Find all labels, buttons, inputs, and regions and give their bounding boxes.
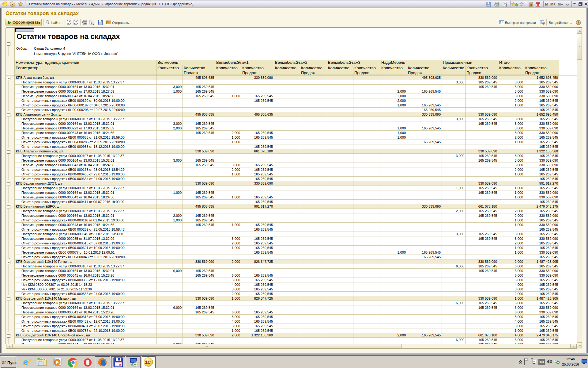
svg-text:A: A [69,20,70,22]
svg-text:31: 31 [537,4,539,6]
svg-text:1с: 1с [3,3,6,6]
svg-text:64: 64 [119,364,121,366]
svg-text:B: B [67,22,69,25]
svg-text:?: ? [577,21,579,25]
svg-text:B: B [74,22,76,25]
svg-text:A: A [75,20,77,22]
svg-text:1С: 1С [145,360,151,365]
